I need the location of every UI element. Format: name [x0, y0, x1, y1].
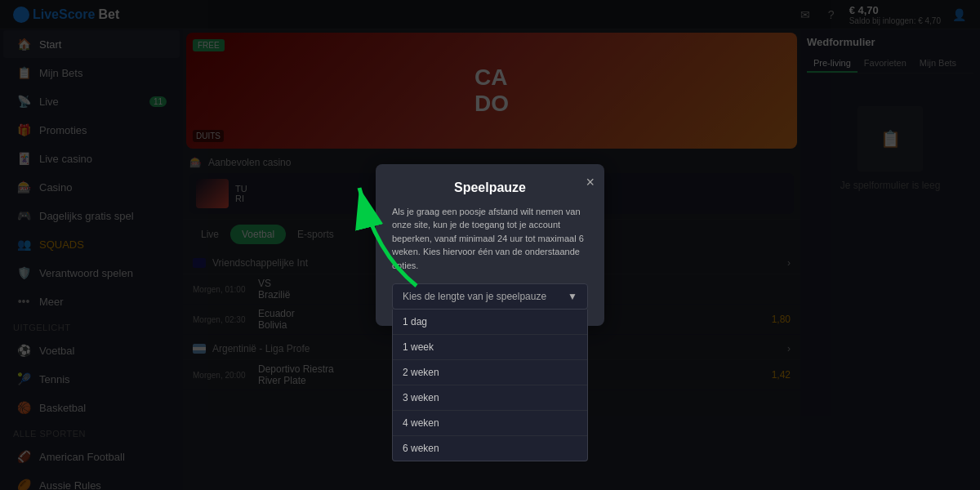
modal-overlay[interactable]: Speelpauze × Als je graag een poosje afs…	[0, 0, 980, 490]
chevron-down-icon: ▼	[568, 291, 577, 302]
dropdown-item-4weken[interactable]: 4 weken	[393, 411, 587, 436]
modal-select-button[interactable]: Kies de lengte van je speelpauze ▼	[392, 283, 588, 310]
modal-select-placeholder: Kies de lengte van je speelpauze	[403, 291, 546, 302]
dropdown-list: 1 dag 1 week 2 weken 3 weken 4 weken 6 w…	[392, 310, 588, 461]
dropdown-item-2weken[interactable]: 2 weken	[393, 360, 587, 385]
modal-close-button[interactable]: ×	[586, 174, 595, 191]
speelpauze-modal: Speelpauze × Als je graag een poosje afs…	[376, 164, 604, 327]
dropdown-item-1dag[interactable]: 1 dag	[393, 310, 587, 335]
dropdown-item-6weken[interactable]: 6 weken	[393, 436, 587, 461]
dropdown-item-3weken[interactable]: 3 weken	[393, 385, 587, 411]
modal-title: Speelpauze	[392, 180, 588, 195]
dropdown-item-1week[interactable]: 1 week	[393, 335, 587, 360]
modal-select-container: Kies de lengte van je speelpauze ▼ 1 dag…	[392, 283, 588, 310]
modal-body-text: Als je graag een poosje afstand wilt nem…	[392, 205, 588, 273]
